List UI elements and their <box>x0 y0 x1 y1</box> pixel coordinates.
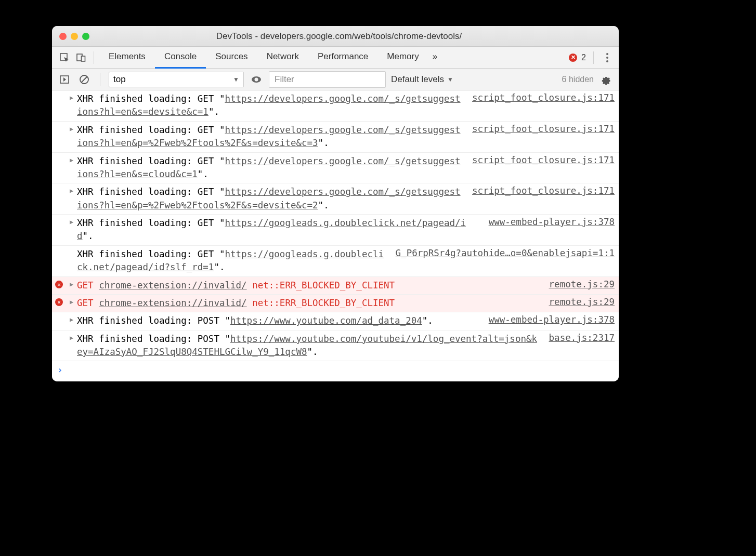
show-drawer-icon[interactable] <box>57 72 72 87</box>
expand-arrow-icon[interactable]: ▶ <box>70 92 77 119</box>
tab-memory[interactable]: Memory <box>377 47 428 69</box>
levels-label: Default levels <box>391 74 444 85</box>
console-row: ▶XHR finished loading: GET "https://goog… <box>52 215 619 246</box>
console-row: ✕▶GET chrome-extension://invalid/ net::E… <box>52 295 619 312</box>
source-link[interactable]: www-embed-player.js:378 <box>489 217 615 243</box>
context-selector[interactable]: top ▼ <box>109 72 244 87</box>
source-link[interactable]: script_foot_closure.js:171 <box>472 155 615 181</box>
row-gutter <box>55 248 70 274</box>
log-message: XHR finished loading: GET "https://googl… <box>77 217 478 243</box>
url-link[interactable]: https://googleads.g.doubleclick.net/page… <box>77 218 466 241</box>
console-row: ▶XHR finished loading: POST "https://www… <box>52 330 619 362</box>
console-row: ▶XHR finished loading: GET "https://deve… <box>52 183 619 215</box>
console-output: ▶XHR finished loading: GET "https://deve… <box>52 90 619 381</box>
log-message: GET chrome-extension://invalid/ net::ERR… <box>77 297 539 310</box>
url-link[interactable]: chrome-extension://invalid/ <box>99 280 246 290</box>
log-message: XHR finished loading: GET "https://devel… <box>77 124 462 150</box>
device-toggle-icon[interactable] <box>74 50 88 65</box>
svg-point-7 <box>255 77 258 81</box>
http-method: GET <box>77 280 99 290</box>
hidden-count[interactable]: 6 hidden <box>562 75 594 84</box>
log-levels-selector[interactable]: Default levels ▼ <box>391 74 453 85</box>
expand-arrow-icon <box>70 248 77 274</box>
tab-console[interactable]: Console <box>155 47 206 69</box>
tab-performance[interactable]: Performance <box>308 47 377 69</box>
tab-sources[interactable]: Sources <box>206 47 257 69</box>
log-message: XHR finished loading: GET "https://devel… <box>77 186 462 212</box>
console-row: ▶XHR finished loading: POST "https://www… <box>52 312 619 330</box>
source-link[interactable]: base.js:2317 <box>549 333 615 359</box>
row-gutter: ✕ <box>55 297 70 310</box>
error-icon[interactable]: ✕ <box>569 54 577 62</box>
tab-overflow[interactable]: » <box>428 47 441 69</box>
log-message: XHR finished loading: GET "https://googl… <box>77 248 385 274</box>
expand-arrow-icon[interactable]: ▶ <box>70 217 77 243</box>
http-method: GET <box>77 298 99 308</box>
menu-icon[interactable] <box>601 50 614 65</box>
source-link[interactable]: script_foot_closure.js:171 <box>472 124 615 150</box>
settings-icon[interactable] <box>599 72 614 87</box>
error-text: net::ERR_BLOCKED_BY_CLIENT <box>252 298 395 308</box>
panel-tabs: Elements Console Sources Network Perform… <box>99 47 567 69</box>
minimize-button[interactable] <box>71 33 78 40</box>
error-icon: ✕ <box>55 298 63 306</box>
url-link[interactable]: https://developers.google.com/_s/getsugg… <box>77 125 461 148</box>
log-message: XHR finished loading: POST "https://www.… <box>77 314 478 327</box>
console-row: ▶XHR finished loading: GET "https://deve… <box>52 90 619 122</box>
row-gutter <box>55 314 70 327</box>
maximize-button[interactable] <box>82 33 89 40</box>
tab-network[interactable]: Network <box>257 47 308 69</box>
log-message: XHR finished loading: GET "https://devel… <box>77 155 462 181</box>
window-title: DevTools - developers.google.com/web/too… <box>98 31 580 42</box>
row-gutter: ✕ <box>55 279 70 292</box>
error-count[interactable]: 2 <box>581 53 586 62</box>
source-link[interactable]: G_P6rpRSr4g?autohide…o=0&enablejsapi=1:1 <box>396 248 615 274</box>
filter-input[interactable]: Filter <box>269 71 386 88</box>
log-message: GET chrome-extension://invalid/ net::ERR… <box>77 279 539 292</box>
expand-arrow-icon[interactable]: ▶ <box>70 333 77 359</box>
expand-arrow-icon[interactable]: ▶ <box>70 297 77 310</box>
url-link[interactable]: https://www.youtube.com/ad_data_204 <box>230 315 422 326</box>
url-link[interactable]: https://www.youtube.com/youtubei/v1/log_… <box>77 334 537 357</box>
chevron-down-icon: ▼ <box>233 76 239 83</box>
row-gutter <box>55 124 70 150</box>
console-row: ✕▶GET chrome-extension://invalid/ net::E… <box>52 277 619 295</box>
error-icon: ✕ <box>55 281 63 288</box>
window-controls <box>59 33 89 40</box>
main-toolbar: Elements Console Sources Network Perform… <box>52 47 619 69</box>
row-gutter <box>55 217 70 243</box>
row-gutter <box>55 186 70 212</box>
log-message: XHR finished loading: GET "https://devel… <box>77 92 462 119</box>
console-toolbar: top ▼ Filter Default levels ▼ 6 hidden <box>52 69 619 90</box>
row-gutter <box>55 333 70 359</box>
svg-line-5 <box>82 76 87 82</box>
svg-rect-2 <box>82 56 85 61</box>
console-row: ▶XHR finished loading: GET "https://deve… <box>52 122 619 153</box>
expand-arrow-icon[interactable]: ▶ <box>70 279 77 292</box>
source-link[interactable]: remote.js:29 <box>549 297 615 310</box>
expand-arrow-icon[interactable]: ▶ <box>70 314 77 327</box>
error-text: net::ERR_BLOCKED_BY_CLIENT <box>252 280 395 290</box>
console-prompt[interactable]: › <box>52 361 619 378</box>
close-button[interactable] <box>59 33 67 40</box>
live-expression-icon[interactable] <box>249 72 264 87</box>
expand-arrow-icon[interactable]: ▶ <box>70 124 77 150</box>
url-link[interactable]: chrome-extension://invalid/ <box>99 298 246 308</box>
url-link[interactable]: https://developers.google.com/_s/getsugg… <box>77 156 461 179</box>
clear-console-icon[interactable] <box>77 72 92 87</box>
url-link[interactable]: https://developers.google.com/_s/getsugg… <box>77 187 461 210</box>
context-value: top <box>113 74 126 85</box>
inspect-icon[interactable] <box>57 50 72 65</box>
row-gutter <box>55 155 70 181</box>
source-link[interactable]: remote.js:29 <box>549 279 615 292</box>
log-message: XHR finished loading: POST "https://www.… <box>77 333 539 359</box>
source-link[interactable]: script_foot_closure.js:171 <box>472 186 615 212</box>
console-row: ▶XHR finished loading: GET "https://deve… <box>52 153 619 184</box>
source-link[interactable]: script_foot_closure.js:171 <box>472 92 615 119</box>
expand-arrow-icon[interactable]: ▶ <box>70 186 77 212</box>
url-link[interactable]: https://googleads.g.doubleclick.net/page… <box>77 249 384 272</box>
expand-arrow-icon[interactable]: ▶ <box>70 155 77 181</box>
source-link[interactable]: www-embed-player.js:378 <box>489 314 615 327</box>
url-link[interactable]: https://developers.google.com/_s/getsugg… <box>77 94 461 117</box>
tab-elements[interactable]: Elements <box>99 47 155 69</box>
